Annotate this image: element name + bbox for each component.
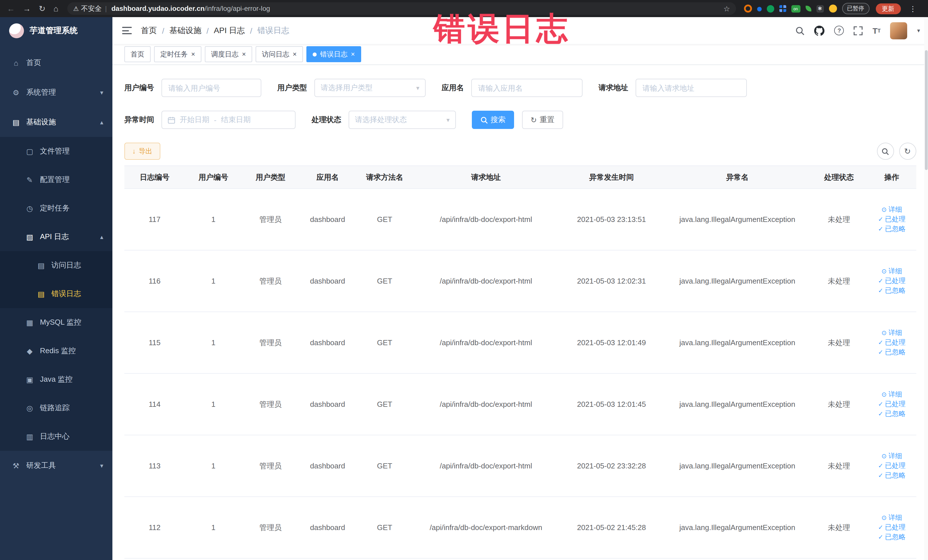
close-icon[interactable]: × [351, 51, 355, 58]
mark-ignored-link[interactable]: ✓已忽略 [868, 286, 916, 296]
breadcrumb-item[interactable]: API 日志 [214, 25, 245, 36]
mark-processed-link[interactable]: ✓已处理 [868, 338, 916, 348]
extension-icon[interactable] [779, 5, 786, 12]
smiley-extension-icon[interactable] [829, 5, 837, 12]
extension-on-badge[interactable]: on [791, 5, 800, 12]
exception-time-range-picker[interactable]: 开始日期 - 结束日期 [162, 111, 296, 129]
paused-badge[interactable]: 已暂停 [842, 3, 869, 14]
mark-processed-link[interactable]: ✓已处理 [868, 523, 916, 533]
sidebar-item-file-management[interactable]: ▢ 文件管理 [0, 137, 112, 165]
sidebar-item-java-monitor[interactable]: ▣ Java 监控 [0, 365, 112, 394]
search-icon[interactable] [796, 26, 805, 35]
search-button[interactable]: 搜索 [472, 111, 514, 129]
mark-ignored-link[interactable]: ✓已忽略 [868, 224, 916, 234]
detail-link[interactable]: ⊙详细 [868, 205, 916, 215]
extension-icon[interactable]: ✱ [816, 5, 824, 12]
close-icon[interactable]: × [191, 51, 195, 58]
mark-processed-link[interactable]: ✓已处理 [868, 276, 916, 286]
check-icon: ✓ [878, 216, 883, 223]
breadcrumb-item[interactable]: 首页 [141, 25, 157, 36]
method-cell: GET [356, 435, 413, 497]
log-icon: ▤ [37, 290, 46, 298]
mark-ignored-link[interactable]: ✓已忽略 [868, 348, 916, 357]
refresh-icon: ↻ [904, 146, 911, 156]
browser-reload-icon[interactable]: ↻ [39, 4, 45, 13]
request-url-input[interactable] [636, 79, 747, 97]
mark-ignored-link[interactable]: ✓已忽略 [868, 409, 916, 419]
mark-processed-link[interactable]: ✓已处理 [868, 215, 916, 224]
browser-menu-icon[interactable]: ⋮ [909, 4, 917, 13]
user-type-select[interactable]: 请选择用户类型 ▾ [314, 79, 426, 97]
column-header: 用户类型 [242, 166, 299, 189]
hamburger-icon[interactable] [122, 27, 132, 34]
calendar-icon [168, 116, 175, 124]
eye-icon: ⊙ [882, 268, 887, 275]
detail-link[interactable]: ⊙详细 [868, 328, 916, 338]
app-name-cell: dashboard [299, 435, 356, 497]
close-icon[interactable]: × [242, 51, 246, 58]
url-domain: dashboard.yudao.iocoder.cn [111, 5, 205, 12]
sidebar-item-scheduled-tasks[interactable]: ◷ 定时任务 [0, 194, 112, 223]
sidebar-item-mysql-monitor[interactable]: ▦ MySQL 监控 [0, 308, 112, 337]
extension-icon[interactable] [744, 5, 752, 12]
sidebar-item-system-management[interactable]: ⚙ 系统管理 ▾ [0, 78, 112, 107]
detail-link[interactable]: ⊙详细 [868, 451, 916, 461]
sidebar-item-api-log[interactable]: ▧ API 日志 ▴ [0, 223, 112, 251]
detail-link[interactable]: ⊙详细 [868, 390, 916, 400]
address-bar[interactable]: ⚠ 不安全 | dashboard.yudao.iocoder.cn/infra… [67, 2, 736, 15]
sidebar-item-link-tracing[interactable]: ◎ 链路追踪 [0, 394, 112, 422]
browser-home-icon[interactable]: ⌂ [53, 4, 58, 13]
sidebar-item-dev-tools[interactable]: ⚒ 研发工具 ▾ [0, 451, 112, 481]
github-icon[interactable] [815, 25, 825, 36]
extension-icon[interactable] [757, 7, 762, 11]
mark-processed-link[interactable]: ✓已处理 [868, 400, 916, 409]
home-icon: ⌂ [11, 58, 21, 67]
detail-link[interactable]: ⊙详细 [868, 267, 916, 276]
mark-processed-link[interactable]: ✓已处理 [868, 461, 916, 471]
caret-down-icon[interactable]: ▾ [917, 27, 920, 34]
reset-button[interactable]: ↻ 重置 [522, 111, 563, 129]
font-size-icon[interactable]: TT [873, 26, 881, 35]
toggle-search-button[interactable] [877, 143, 894, 160]
sidebar-item-home[interactable]: ⌂ 首页 [0, 48, 112, 78]
table-header-row: 日志编号 用户编号 用户类型 应用名 请求方法名 请求地址 异常发生时间 异常名… [124, 166, 916, 189]
tab-error-log[interactable]: 错误日志× [307, 46, 361, 62]
export-button[interactable]: ↓ 导出 [124, 143, 160, 160]
extension-icon[interactable] [805, 6, 811, 11]
tab-home[interactable]: 首页 [124, 46, 151, 62]
refresh-table-button[interactable]: ↻ [899, 143, 916, 160]
tab-schedule-log[interactable]: 调度日志× [205, 46, 252, 62]
mark-ignored-link[interactable]: ✓已忽略 [868, 471, 916, 481]
tab-access-log[interactable]: 访问日志× [256, 46, 303, 62]
sidebar-item-access-log[interactable]: ▤ 访问日志 [0, 251, 112, 279]
app-logo[interactable]: 芋道管理系统 [0, 17, 112, 44]
eye-icon: ⊙ [882, 329, 887, 336]
bookmark-star-icon[interactable]: ☆ [723, 4, 730, 13]
browser-update-button[interactable]: 更新 [876, 3, 901, 14]
sidebar-item-redis-monitor[interactable]: ◆ Redis 监控 [0, 337, 112, 365]
extension-icon[interactable] [766, 5, 774, 12]
sidebar-item-error-log[interactable]: ▤ 错误日志 [0, 279, 112, 308]
scrollbar-thumb[interactable] [925, 50, 927, 170]
sidebar-item-config-management[interactable]: ✎ 配置管理 [0, 165, 112, 194]
sidebar-item-log-center[interactable]: ▥ 日志中心 [0, 422, 112, 451]
page-scrollbar[interactable] [924, 17, 928, 560]
exception-time-cell: 2021-05-03 12:01:49 [559, 312, 664, 374]
browser-forward-icon[interactable]: → [23, 4, 31, 13]
help-icon[interactable]: ? [835, 26, 844, 35]
sidebar-item-infrastructure[interactable]: ▤ 基础设施 ▴ [0, 107, 112, 137]
tab-scheduled-tasks[interactable]: 定时任务× [154, 46, 201, 62]
process-status-select[interactable]: 请选择处理状态 ▾ [349, 111, 456, 129]
app-name-input[interactable] [471, 79, 583, 97]
close-icon[interactable]: × [293, 51, 297, 58]
request-url-cell: /api/infra/db-doc/export-html [413, 250, 559, 312]
fullscreen-icon[interactable] [854, 26, 863, 35]
user-id-input[interactable] [162, 79, 261, 97]
avatar[interactable] [890, 22, 907, 39]
breadcrumb-item[interactable]: 基础设施 [169, 25, 201, 36]
mark-ignored-link[interactable]: ✓已忽略 [868, 533, 916, 542]
detail-link[interactable]: ⊙详细 [868, 513, 916, 523]
browser-back-icon[interactable]: ← [7, 4, 15, 13]
user-type-cell: 管理员 [242, 497, 299, 558]
file-icon: ▢ [25, 147, 34, 156]
